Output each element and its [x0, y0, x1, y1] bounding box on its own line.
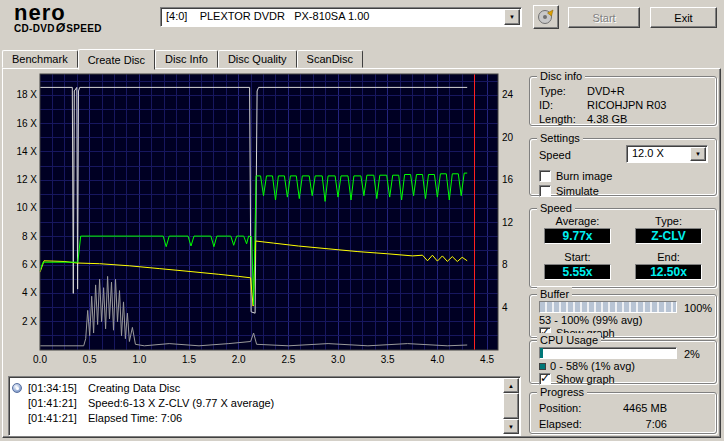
cpu-percent: 2%: [684, 348, 700, 360]
device-selector-dropdown-button[interactable]: ▼: [504, 9, 520, 25]
svg-text:16 X: 16 X: [16, 118, 37, 129]
scroll-down-icon: ▼: [508, 424, 514, 430]
burn-image-label: Burn image: [556, 170, 612, 182]
svg-text:18 X: 18 X: [16, 89, 37, 100]
svg-text:4 X: 4 X: [22, 287, 37, 298]
buffer-range-text: 53 - 100% (99% avg): [539, 314, 642, 326]
logo-sub-left: CD-DVD: [14, 23, 55, 34]
svg-text:4: 4: [502, 302, 508, 313]
type-label: Type:: [623, 215, 714, 227]
position-label: Position:: [539, 401, 595, 415]
checkmark-icon: ✓: [540, 371, 550, 385]
speed-group-title: Speed: [537, 201, 575, 215]
svg-text:2.0: 2.0: [232, 354, 246, 365]
cpu-show-graph-option: ✓ Show graph: [539, 372, 615, 385]
settings-title: Settings: [537, 131, 583, 145]
speed-select-dropdown-button[interactable]: ▼: [690, 147, 706, 161]
buffer-range-row: 53 - 100% (99% avg): [539, 314, 642, 326]
disc-id-row: ID:RICOHJPN R03: [539, 98, 710, 112]
log-scrollbar[interactable]: ▲ ▼: [503, 378, 519, 434]
log-entry-time: [01:41:21]: [28, 397, 88, 409]
speed-select[interactable]: 12.0 X ▼: [626, 145, 708, 163]
disc-icon: [12, 383, 22, 393]
speed-type-value: Z-CLV: [635, 228, 702, 244]
svg-text:24: 24: [502, 89, 514, 100]
burn-image-checkbox[interactable]: [539, 170, 551, 182]
scroll-down-button[interactable]: ▼: [503, 419, 519, 434]
speed-chart: 0.00.51.01.52.02.53.03.54.04.52 X4 X6 X8…: [10, 70, 524, 368]
scroll-up-button[interactable]: ▲: [503, 378, 519, 393]
progress-group: Progress Position:4465 MB Elapsed:7:06: [529, 392, 717, 434]
log-entry-text: Speed:6-13 X Z-CLV (9.77 X average): [88, 397, 274, 409]
disc-info-group: Disc info Type:DVD+R ID:RICOHJPN R03 Len…: [529, 76, 717, 126]
svg-text:0.0: 0.0: [33, 354, 47, 365]
svg-text:12: 12: [502, 217, 514, 228]
svg-text:1.0: 1.0: [132, 354, 146, 365]
cpu-show-graph-label: Show graph: [556, 373, 615, 385]
log-entry-text: Creating Data Disc: [88, 382, 180, 394]
tab-disc-quality[interactable]: Disc Quality: [218, 50, 297, 68]
disc-type-row: Type:DVD+R: [539, 84, 710, 98]
svg-text:4.5: 4.5: [480, 354, 494, 365]
exit-button[interactable]: Exit: [650, 7, 717, 28]
svg-text:8: 8: [502, 259, 508, 270]
disc-id-label: ID:: [539, 98, 587, 112]
average-label: Average:: [532, 215, 623, 227]
start-label: Start:: [532, 251, 623, 263]
speed-select-label: Speed: [539, 149, 571, 161]
disc-length-label: Length:: [539, 112, 587, 126]
eject-button[interactable]: [533, 5, 559, 29]
cpu-bar: [539, 347, 677, 359]
logo-subtext: CD-DVDØSPEED: [14, 21, 102, 35]
buffer-bar: [539, 301, 677, 313]
speed-type-cell: Type:Z-CLV: [623, 215, 714, 251]
cpu-usage-title: CPU Usage: [537, 333, 601, 347]
svg-text:6 X: 6 X: [22, 259, 37, 270]
device-selector[interactable]: [4:0] PLEXTOR DVDR PX-810SA 1.00 ▼: [160, 7, 522, 27]
tab-benchmark[interactable]: Benchmark: [2, 50, 78, 68]
simulate-checkbox[interactable]: [539, 185, 551, 197]
tab-bar: Benchmark Create Disc Disc Info Disc Qua…: [2, 47, 363, 68]
svg-text:1.5: 1.5: [182, 354, 196, 365]
buffer-title: Buffer: [537, 287, 572, 301]
logo-sub-right: SPEED: [66, 23, 101, 34]
buffer-bar-fill: [540, 302, 676, 312]
disc-info-title: Disc info: [537, 69, 585, 83]
average-speed-value: 9.77x: [544, 228, 611, 244]
svg-text:12 X: 12 X: [16, 174, 37, 185]
svg-text:16: 16: [502, 174, 514, 185]
settings-group: Settings Speed 12.0 X ▼ Burn image Simul…: [529, 138, 717, 196]
log-entry[interactable]: [01:41:21] Elapsed Time: 7:06: [12, 410, 501, 425]
disc-length-row: Length:4.38 GB: [539, 112, 710, 126]
disc-type-value: DVD+R: [587, 84, 625, 98]
cpu-show-graph-checkbox[interactable]: ✓: [539, 373, 551, 385]
elapsed-value: 7:06: [595, 417, 667, 431]
start-speed-value: 5.55x: [544, 264, 611, 280]
log-entry[interactable]: [01:41:21] Speed:6-13 X Z-CLV (9.77 X av…: [12, 395, 501, 410]
scroll-up-icon: ▲: [508, 383, 514, 389]
nero-logo: nero CD-DVDØSPEED: [14, 2, 102, 35]
status-log[interactable]: [01:34:15] Creating Data Disc [01:41:21]…: [8, 376, 521, 436]
cpu-usage-group: CPU Usage 2% 0 - 58% (1% avg) ✓ Show gra…: [529, 340, 717, 384]
end-label: End:: [623, 251, 714, 263]
eject-disc-icon: [537, 9, 555, 25]
cpu-bar-fill: [540, 348, 543, 358]
tab-disc-info[interactable]: Disc Info: [155, 50, 218, 68]
svg-text:3.0: 3.0: [331, 354, 345, 365]
elapsed-row: Elapsed:7:06: [539, 417, 667, 431]
speed-select-value: 12.0 X: [632, 147, 664, 159]
svg-text:14 X: 14 X: [16, 146, 37, 157]
log-entry[interactable]: [01:34:15] Creating Data Disc: [12, 380, 501, 395]
tab-scandisc[interactable]: ScanDisc: [297, 50, 363, 68]
speed-group: Speed Average:9.77x Type:Z-CLV Start:5.5…: [529, 208, 717, 288]
average-speed-cell: Average:9.77x: [532, 215, 623, 251]
device-selector-value: [4:0] PLEXTOR DVDR PX-810SA 1.00: [166, 10, 369, 22]
svg-text:20: 20: [502, 132, 514, 143]
svg-text:10 X: 10 X: [16, 202, 37, 213]
end-speed-cell: End:12.50x: [623, 251, 714, 287]
logo-slash-o-icon: Ø: [55, 21, 67, 35]
tab-create-disc[interactable]: Create Disc: [78, 49, 155, 70]
disc-length-value: 4.38 GB: [587, 112, 627, 126]
start-button[interactable]: Start: [568, 7, 640, 28]
scrollbar-thumb[interactable]: [503, 393, 519, 419]
